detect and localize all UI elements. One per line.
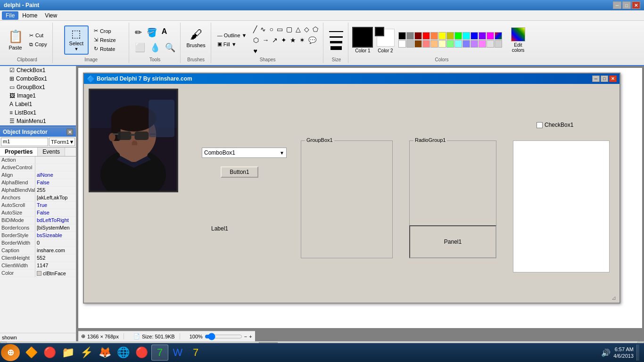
volume-icon[interactable]: 🔊 — [601, 348, 611, 357]
heart-shape[interactable]: ♥ — [252, 46, 258, 56]
star6-shape[interactable]: ✶ — [298, 35, 306, 45]
list-item-label[interactable]: A Label1 — [0, 100, 76, 108]
paint-canvas[interactable]: 🔷 Borland Delphi 7 By sirinshare.com ─ □… — [78, 68, 642, 328]
prop-val-clientwidth[interactable]: 1147 — [35, 262, 76, 269]
oval-shape[interactable]: ○ — [268, 24, 274, 34]
color-multi[interactable] — [495, 32, 502, 40]
brushes-button[interactable]: 🖌 Brushes — [184, 25, 208, 55]
list-item-mainmenu[interactable]: ☰ MainMenu1 — [0, 117, 76, 125]
maximize-button[interactable]: □ — [622, 1, 631, 9]
color-peach[interactable] — [430, 40, 438, 48]
color-yellow2[interactable] — [446, 32, 454, 40]
start-button[interactable]: ⊕ — [1, 344, 20, 361]
obj-name-field[interactable]: m1 — [1, 138, 48, 146]
colorpick-icon[interactable]: 💧 — [148, 41, 162, 55]
color-brown[interactable] — [414, 40, 422, 48]
show-desktop-btn[interactable] — [636, 345, 639, 361]
roundrect-shape[interactable]: ▢ — [285, 24, 294, 34]
taskbar-app10[interactable]: 7 — [187, 345, 204, 361]
obj-inspector-close-button[interactable]: ✕ — [66, 129, 73, 135]
prop-val-clientheight[interactable]: 552 — [35, 255, 76, 262]
taskbar-delphi7[interactable]: 7 — [151, 345, 168, 361]
pent-shape[interactable]: ⬠ — [311, 24, 320, 34]
canvas-area[interactable]: 🔷 Borland Delphi 7 By sirinshare.com ─ □… — [76, 66, 644, 341]
diamond-shape[interactable]: ◇ — [303, 24, 311, 34]
color-red1[interactable] — [414, 32, 422, 40]
color-yellow1[interactable] — [438, 32, 446, 40]
taskbar-app1[interactable]: 🔶 — [23, 345, 40, 361]
arrow2-shape[interactable]: ↗ — [271, 35, 279, 45]
star4-shape[interactable]: ✦ — [280, 35, 288, 45]
rotate-button[interactable]: ↻ Rotate — [91, 45, 118, 53]
size-rect-4[interactable] — [330, 46, 342, 50]
arrow-shape[interactable]: → — [261, 35, 270, 45]
zoom-in-icon[interactable]: + — [249, 334, 252, 339]
menu-view[interactable]: View — [41, 11, 61, 20]
pencil-icon[interactable]: ✏ — [133, 25, 144, 40]
triangle-shape[interactable]: △ — [294, 24, 302, 34]
delphi-button1[interactable]: Button1 — [221, 166, 258, 178]
color-lgreen[interactable] — [446, 40, 454, 48]
list-item-combobox[interactable]: ⊞ ComboBox1 — [0, 74, 76, 83]
prop-val-anchors[interactable]: [akLeft,akTop — [35, 194, 76, 201]
prop-val-action[interactable] — [35, 156, 76, 164]
select-button[interactable]: ⬚ Select ▼ — [64, 25, 89, 55]
fill-button[interactable]: ▣ Fill ▼ — [215, 40, 249, 48]
checkbox-control[interactable] — [537, 122, 543, 128]
delphi-min-btn[interactable]: ─ — [592, 75, 600, 82]
prop-val-bidimode[interactable]: bdLeftToRight — [35, 217, 76, 224]
color-cyan1[interactable] — [462, 32, 470, 40]
color-lcyan[interactable] — [454, 40, 462, 48]
color-pink1[interactable] — [487, 32, 494, 40]
color1-swatch[interactable] — [352, 27, 373, 48]
cut-button[interactable]: ✂ Cut — [27, 31, 50, 40]
copy-button[interactable]: ⧉ Copy — [27, 40, 50, 49]
delphi-close-btn[interactable]: ✕ — [609, 75, 617, 82]
color-black[interactable] — [398, 32, 406, 40]
prop-val-activecontrol[interactable] — [35, 164, 76, 171]
zoom-slider[interactable] — [205, 334, 242, 339]
eraser-icon[interactable]: ⬜ — [133, 41, 147, 55]
color-green1[interactable] — [454, 32, 462, 40]
tab-events[interactable]: Events — [38, 148, 65, 156]
color-gray1[interactable] — [406, 32, 414, 40]
color-salmon[interactable] — [422, 40, 430, 48]
prop-val-alphablenval[interactable]: 255 — [35, 187, 76, 194]
taskbar-app4[interactable]: ⚡ — [78, 345, 95, 361]
resize-handle[interactable]: ⊿ — [611, 295, 617, 300]
menu-home[interactable]: Home — [18, 11, 41, 20]
prop-val-bordericons[interactable]: [biSystemMen — [35, 224, 76, 231]
color-purple1[interactable] — [479, 32, 486, 40]
color-red2[interactable] — [422, 32, 430, 40]
color-lpurple[interactable] — [471, 40, 478, 48]
color-lgray[interactable] — [406, 40, 414, 48]
taskbar-chromium[interactable]: 🔴 — [41, 345, 58, 361]
fill-icon[interactable]: 🪣 — [145, 25, 159, 40]
taskbar-firefox[interactable]: 🦊 — [96, 345, 114, 361]
prop-val-caption[interactable]: inshare.com — [35, 247, 76, 254]
list-item-listbox[interactable]: ≡ ListBox1 — [0, 108, 76, 117]
color-lblue[interactable] — [462, 40, 470, 48]
color-blank2[interactable] — [495, 40, 502, 48]
size-rect-2[interactable] — [330, 36, 343, 38]
taskbar-app7[interactable]: 🔴 — [133, 345, 150, 361]
menu-file[interactable]: File — [2, 11, 18, 20]
color-white[interactable] — [398, 40, 406, 48]
color-blank1[interactable] — [487, 40, 494, 48]
prop-val-align[interactable]: alNone — [35, 172, 76, 179]
star5-shape[interactable]: ★ — [289, 35, 297, 45]
prop-val-borderstyle[interactable]: bsSizeable — [35, 232, 76, 239]
tab-properties[interactable]: Properties — [0, 148, 38, 156]
list-item-groupbox[interactable]: ▭ GroupBox1 — [0, 83, 76, 91]
zoom-icon[interactable]: 🔍 — [163, 41, 177, 55]
size-rect-1[interactable] — [329, 31, 343, 32]
curve-shape[interactable]: ∿ — [259, 24, 267, 34]
rect-shape[interactable]: ▭ — [275, 24, 284, 34]
taskbar-word[interactable]: W — [169, 345, 186, 361]
color-lpink[interactable] — [479, 40, 486, 48]
crop-button[interactable]: ✂ Crop — [91, 27, 118, 35]
text-icon[interactable]: A — [160, 25, 169, 40]
zoom-out-icon[interactable]: − — [244, 334, 247, 339]
color-orange[interactable] — [430, 32, 438, 40]
line-shape[interactable]: ╱ — [252, 24, 258, 34]
